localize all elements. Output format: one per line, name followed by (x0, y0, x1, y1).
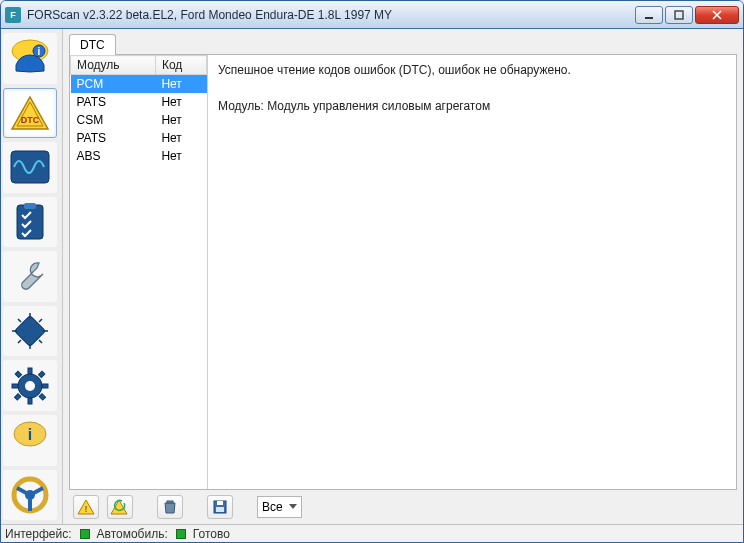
info-icon: i (10, 420, 50, 460)
status-interface-label: Интерфейс: (5, 527, 72, 541)
clear-button[interactable] (157, 495, 183, 519)
chip-icon (9, 310, 51, 352)
svg-text:DTC: DTC (21, 115, 40, 125)
warning-triangle-read-icon: ! (77, 499, 95, 515)
svg-rect-28 (216, 507, 224, 512)
clipboard-check-icon (10, 201, 50, 243)
table-row[interactable]: PATSНет (71, 93, 207, 111)
gear-icon (9, 365, 51, 407)
svg-rect-17 (39, 393, 45, 399)
wrench-icon (9, 256, 51, 298)
floppy-icon (212, 499, 228, 515)
minimize-button[interactable] (635, 6, 663, 24)
status-vehicle-label: Автомобиль: (97, 527, 168, 541)
cell-module: PCM (71, 75, 156, 94)
statusbar: Интерфейс: Автомобиль: Готово (1, 524, 743, 542)
svg-rect-12 (28, 368, 32, 374)
cell-code: Нет (155, 93, 206, 111)
cell-code: Нет (155, 147, 206, 165)
svg-rect-18 (38, 371, 44, 377)
cell-code: Нет (155, 111, 206, 129)
table-row[interactable]: PCMНет (71, 75, 207, 94)
reset-codes-button[interactable] (107, 495, 133, 519)
detail-status-line: Успешное чтение кодов ошибок (DTC), ошиб… (218, 61, 726, 79)
cell-code: Нет (155, 129, 206, 147)
window-buttons (633, 6, 739, 24)
close-button[interactable] (695, 6, 739, 24)
titlebar: F FORScan v2.3.22 beta.EL2, Ford Mondeo … (1, 1, 743, 29)
tab-dtc[interactable]: DTC (69, 34, 116, 55)
wave-icon (8, 147, 52, 187)
filter-dropdown[interactable]: Все (257, 496, 302, 518)
svg-rect-25 (167, 501, 173, 503)
action-bar: ! (69, 490, 737, 520)
cell-module: ABS (71, 147, 156, 165)
tabstrip: DTC (69, 33, 737, 55)
svg-rect-15 (42, 384, 48, 388)
dtc-warning-icon: DTC (8, 93, 52, 133)
detail-pane: Успешное чтение кодов ошибок (DTC), ошиб… (208, 55, 736, 489)
chevron-down-icon (289, 504, 297, 510)
svg-text:i: i (38, 46, 41, 57)
sidebar-oscilloscope[interactable] (3, 142, 57, 193)
table-row[interactable]: ABSНет (71, 147, 207, 165)
app-icon: F (5, 7, 21, 23)
cell-module: PATS (71, 93, 156, 111)
sidebar-service[interactable] (3, 251, 57, 302)
interface-led-icon (80, 529, 90, 539)
sidebar-tests[interactable] (3, 197, 57, 248)
svg-rect-13 (28, 398, 32, 404)
status-ready-label: Готово (193, 527, 230, 541)
sidebar-help[interactable]: i (3, 415, 57, 466)
cell-code: Нет (155, 75, 206, 94)
maximize-button[interactable] (665, 6, 693, 24)
warning-triangle-refresh-icon (110, 499, 130, 515)
sidebar-steering[interactable] (3, 470, 57, 521)
svg-point-11 (25, 381, 35, 391)
car-icon: i (8, 39, 52, 77)
sidebar: i DTC (1, 29, 63, 524)
sidebar-chip[interactable] (3, 306, 57, 357)
svg-rect-1 (675, 11, 683, 19)
table-row[interactable]: PATSНет (71, 129, 207, 147)
table-row[interactable]: CSMНет (71, 111, 207, 129)
svg-rect-0 (645, 17, 653, 19)
svg-rect-16 (15, 371, 21, 377)
detail-module-line: Модуль: Модуль управления силовым агрега… (218, 97, 726, 115)
client-area: i DTC (1, 29, 743, 524)
svg-text:i: i (28, 426, 32, 443)
svg-rect-19 (14, 393, 20, 399)
svg-rect-8 (24, 203, 36, 209)
col-header-module[interactable]: Модуль (71, 56, 156, 75)
window-title: FORScan v2.3.22 beta.EL2, Ford Mondeo En… (27, 8, 633, 22)
sidebar-vehicle-info[interactable]: i (3, 33, 57, 84)
col-header-code[interactable]: Код (155, 56, 206, 75)
module-grid: Модуль Код PCMНетPATSНетCSMНетPATSНетABS… (70, 55, 208, 489)
svg-rect-27 (217, 501, 223, 505)
read-codes-button[interactable]: ! (73, 495, 99, 519)
vehicle-led-icon (176, 529, 186, 539)
main-area: DTC Модуль Код PCMНетPATSНетCSMНетPATSНе… (63, 29, 743, 524)
sidebar-dtc[interactable]: DTC (3, 88, 57, 139)
cell-module: CSM (71, 111, 156, 129)
sidebar-settings[interactable] (3, 360, 57, 411)
cell-module: PATS (71, 129, 156, 147)
content-split: Модуль Код PCMНетPATSНетCSMНетPATSНетABS… (69, 55, 737, 490)
filter-dropdown-label: Все (262, 500, 283, 514)
trash-icon (162, 499, 178, 515)
svg-text:!: ! (85, 504, 88, 514)
svg-rect-14 (12, 384, 18, 388)
save-button[interactable] (207, 495, 233, 519)
steering-wheel-icon (9, 474, 51, 516)
